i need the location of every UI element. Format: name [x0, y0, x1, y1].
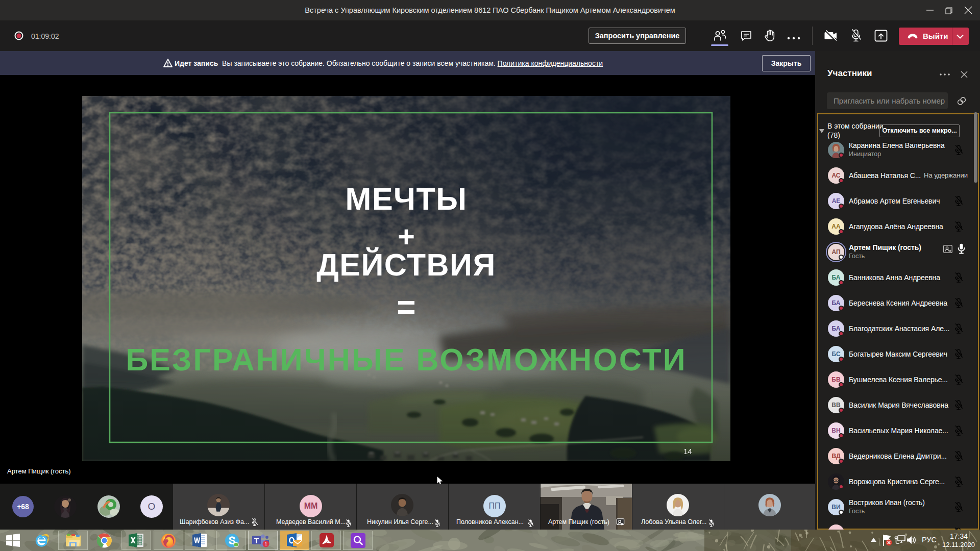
svg-text:1: 1	[264, 541, 267, 546]
